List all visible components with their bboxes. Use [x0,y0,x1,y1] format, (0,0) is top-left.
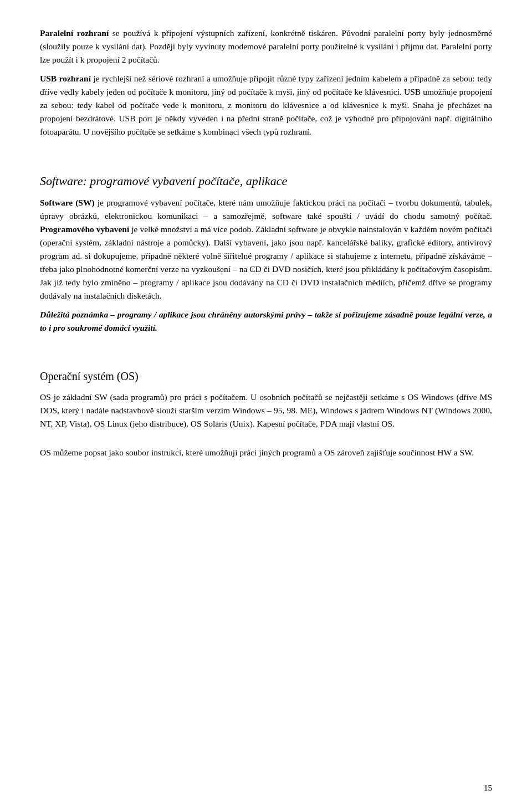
text-notice: Důležitá poznámka – programy / aplikace … [40,310,492,332]
text-os-2: OS můžeme popsat jako soubor instrukcí, … [40,448,474,457]
bold-term-paralelni: Paralelní rozhraní [40,28,109,38]
page-number: 15 [484,782,492,794]
text-sw-2: je velké množství a má více podob. Zákla… [40,224,492,300]
section-heading-software: Software: programové vybavení počítače, … [40,172,492,191]
spacer-3 [40,436,492,446]
paragraph-parallel-interface: Paralelní rozhraní se používá k připojen… [40,27,492,66]
paragraph-software-1: Software (SW) je programové vybavení poč… [40,196,492,303]
section-heading-os: Operační systém (OS) [40,368,492,385]
bold-term-sw: Software (SW) [40,198,95,207]
bold-term-programove: Programového vybavení [40,224,129,234]
paragraph-os-2: OS můžeme popsat jako soubor instrukcí, … [40,446,492,459]
paragraph-software-notice: Důležitá poznámka – programy / aplikace … [40,308,492,335]
spacer-2 [40,340,492,350]
text-usb-1: je rychlejší než sériové rozhraní a umož… [40,74,492,136]
paragraph-usb-interface: USB rozhraní je rychlejší než sériové ro… [40,72,492,139]
page: Paralelní rozhraní se používá k připojen… [0,0,532,810]
paragraph-os-1: OS je základní SW (sada programů) pro pr… [40,391,492,430]
text-os-1: OS je základní SW (sada programů) pro pr… [40,392,492,428]
bold-term-usb: USB rozhraní [40,74,91,83]
spacer-1 [40,144,492,154]
text-sw-1: je programové vybavení počítače, které n… [40,198,492,221]
